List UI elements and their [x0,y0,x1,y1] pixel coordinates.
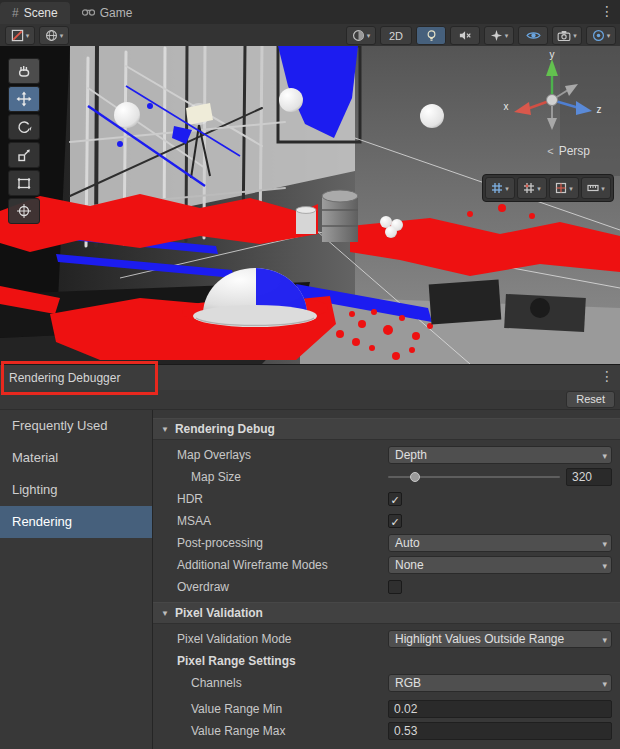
scene-viewport[interactable]: y x z Persp ▾ [0,46,620,364]
scale-tool-button[interactable] [8,142,40,168]
scene-camera-dropdown[interactable]: ▾ [552,26,582,45]
chevron-down-icon: ▾ [367,32,371,39]
z-axis-cone[interactable] [576,101,592,115]
pixel-validation-mode-dropdown[interactable]: Highlight Values Outside Range [388,630,612,648]
debugger-reset-row: Reset [0,390,620,410]
sidebar-item-rendering[interactable]: Rendering [0,506,152,538]
shaded-sphere-icon [352,29,365,42]
measure-dropdown[interactable]: ▾ [581,177,611,199]
section-pixel-validation[interactable]: Pixel Validation [153,602,620,624]
hdr-checkbox[interactable] [388,492,402,506]
field-post-processing: Post-processing Auto [153,534,612,552]
map-overlays-dropdown[interactable]: Depth [388,446,612,464]
sidebar-item-material[interactable]: Material [0,442,152,474]
scene-grid-overlay-toolbar: ▾ ▾ ▾ ▾ [482,174,614,202]
paint-bucket [296,207,316,234]
gizmo-info-icon [592,29,605,42]
scene-view-toolbar: ▾ ▾ ▾ 2D ▾ [0,24,620,47]
gizmos-dropdown[interactable]: ▾ [586,26,616,45]
rect-tool-button[interactable] [8,170,40,196]
window-menu-kebab-icon[interactable]: ⋮ [600,3,614,19]
chevron-down-icon: ▾ [60,32,64,39]
scale-icon [16,147,32,163]
scene-effects-dropdown[interactable]: ▾ [484,26,514,45]
camera-icon [557,29,571,42]
hand-tool-button[interactable] [8,58,40,84]
unity-editor-window: # Scene Game ⋮ ▾ ▾ ▾ [0,0,620,749]
effects-sparkle-icon [490,29,503,42]
orientation-gizmo[interactable]: y x z [494,50,606,147]
tab-scene[interactable]: # Scene [0,2,70,24]
rotate-icon [16,119,32,135]
rect-tool-icon [16,175,32,191]
field-overdraw: Overdraw [153,578,612,596]
overdraw-checkbox[interactable] [388,580,402,594]
scene-lighting-toggle[interactable] [416,26,446,45]
grid-visibility-dropdown[interactable]: ▾ [485,177,515,199]
chevron-down-icon: ▾ [505,32,509,39]
debug-draw-mode-dropdown[interactable]: ▾ [5,26,35,45]
lightbulb-icon [425,29,438,42]
tab-game-label: Game [100,6,133,20]
sidebar-item-frequently-used[interactable]: Frequently Used [0,410,152,442]
section-rendering-debug[interactable]: Rendering Debug [153,418,620,440]
chevron-down-icon: ▾ [601,185,605,192]
chevron-down-icon: ▾ [573,32,577,39]
y-axis-cone[interactable] [546,59,558,76]
scene-visibility-toggle[interactable] [518,26,548,45]
tab-scene-label: Scene [24,6,58,20]
shading-mode-dropdown[interactable]: ▾ [346,26,376,45]
x-axis-cone[interactable] [514,102,531,115]
channels-dropdown[interactable]: RGB [388,674,612,692]
pixel-range-settings-label-row: Pixel Range Settings [153,652,612,670]
tab-game[interactable]: Game [70,2,145,24]
debugger-body: Frequently Used Material Lighting Render… [0,410,620,749]
value-range-max-input[interactable] [388,722,612,740]
rendering-debugger-title: Rendering Debugger [0,371,120,385]
chevron-down-icon: ▾ [26,32,30,39]
scene-grid-icon: # [12,6,19,20]
value-range-min-input[interactable] [388,700,612,718]
globe-icon [45,29,58,42]
chevron-down-icon: ▾ [607,32,611,39]
negative-axis-cone[interactable] [565,84,578,96]
snap-increment-dropdown[interactable]: ▾ [549,177,579,199]
chevron-down-icon: ▾ [569,185,573,192]
grid-snap-dropdown[interactable]: ▾ [517,177,547,199]
game-icon [82,6,95,20]
rotate-tool-button[interactable] [8,114,40,140]
chevron-down-icon: ▾ [505,185,509,192]
field-map-overlays: Map Overlays Depth [153,446,612,464]
debugger-sidebar: Frequently Used Material Lighting Render… [0,410,153,749]
view-tab-bar: # Scene Game ⋮ [0,0,620,25]
slider-thumb[interactable] [410,472,420,482]
x-axis-label: x [504,101,509,112]
field-hdr: HDR [153,490,612,508]
map-size-slider[interactable] [388,468,560,486]
chevron-down-icon: ▾ [537,185,541,192]
rendering-debugger-titlebar: Rendering Debugger [0,364,620,391]
map-size-input[interactable] [566,468,612,486]
wireframe-modes-dropdown[interactable]: None [388,556,612,574]
scene-tool-column [8,58,40,224]
move-tool-button[interactable] [8,86,40,112]
persp-icon [547,144,553,158]
projection-mode-label[interactable]: Persp [547,144,590,158]
debugger-menu-kebab-icon[interactable]: ⋮ [600,368,614,384]
2d-toggle-button[interactable]: 2D [380,26,412,45]
sidebar-item-lighting[interactable]: Lighting [0,474,152,506]
globe-dropdown[interactable]: ▾ [39,26,69,45]
field-value-range-max: Value Range Max [153,722,612,740]
post-processing-dropdown[interactable]: Auto [388,534,612,552]
gizmo-center[interactable] [547,95,558,106]
msaa-checkbox[interactable] [388,514,402,528]
negative-axis-cone[interactable] [547,118,557,130]
transform-icon [16,203,32,219]
transform-tool-button[interactable] [8,198,40,224]
scene-audio-toggle[interactable] [450,26,480,45]
z-axis-label: z [597,104,602,115]
reset-button[interactable]: Reset [566,391,615,408]
2d-label: 2D [384,30,408,42]
debugger-content: Rendering Debug Map Overlays Depth Map S… [153,410,620,749]
debug-mode-icon [11,29,24,42]
